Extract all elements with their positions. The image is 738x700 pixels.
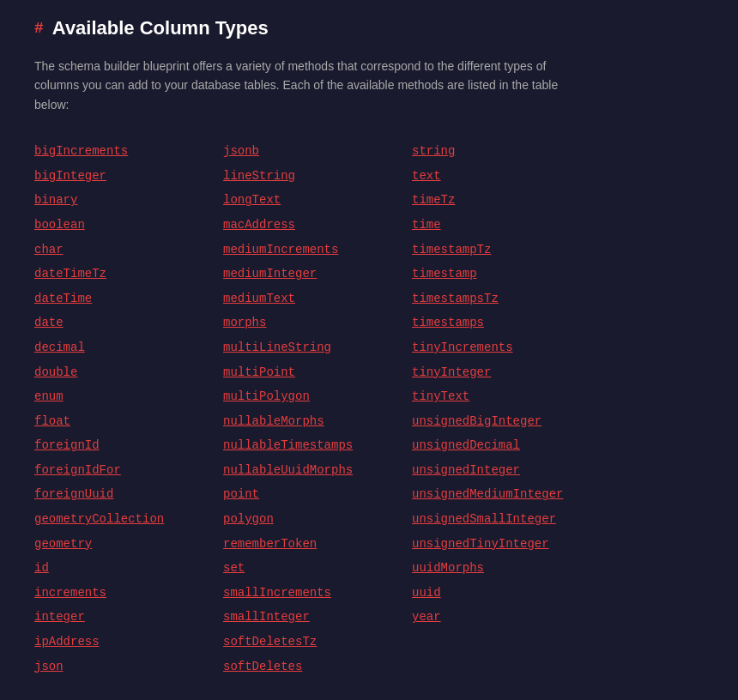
column-link[interactable]: binary [34, 189, 223, 212]
column-link[interactable]: timeTz [412, 189, 652, 212]
column-link[interactable]: foreignIdFor [34, 459, 223, 482]
column-link[interactable]: nullableMorphs [223, 410, 412, 433]
column-link[interactable]: nullableUuidMorphs [223, 459, 412, 482]
column-link[interactable]: foreignId [34, 434, 223, 457]
column-link[interactable]: dateTime [34, 287, 223, 311]
description: The schema builder blueprint offers a va… [34, 57, 584, 114]
hash-icon: # [34, 20, 44, 37]
column-list-1: bigIncrementsbigIntegerbinarybooleanchar… [34, 140, 223, 678]
column-link[interactable]: unsignedDecimal [412, 434, 652, 457]
column-link[interactable]: json [34, 655, 223, 679]
column-link[interactable]: nullableTimestamps [223, 434, 412, 457]
column-link[interactable]: timestampsTz [412, 287, 652, 311]
column-link[interactable]: timestamp [412, 262, 652, 286]
column-link[interactable]: increments [34, 582, 223, 605]
column-link[interactable]: uuid [412, 582, 652, 605]
column-link[interactable]: mediumIncrements [223, 238, 412, 262]
column-link[interactable]: decimal [34, 336, 223, 359]
column-link[interactable]: year [412, 606, 652, 629]
page-title: Available Column Types [52, 17, 269, 39]
columns-grid: bigIncrementsbigIntegerbinarybooleanchar… [34, 140, 704, 678]
column-link[interactable]: integer [34, 606, 223, 629]
column-link[interactable]: unsignedMediumInteger [412, 483, 652, 506]
column-link[interactable]: timestamps [412, 311, 652, 335]
column-link[interactable]: float [34, 410, 223, 433]
column-link[interactable]: smallIncrements [223, 582, 412, 605]
column-link[interactable]: unsignedInteger [412, 459, 652, 482]
column-link[interactable]: timestampTz [412, 238, 652, 262]
column-list-2: jsonblineStringlongTextmacAddressmediumI… [223, 140, 412, 678]
column-link[interactable]: multiLineString [223, 336, 412, 359]
column-link[interactable]: char [34, 238, 223, 262]
column-link[interactable]: unsignedSmallInteger [412, 508, 652, 531]
column-link[interactable]: tinyText [412, 385, 652, 408]
column-link[interactable]: point [223, 483, 412, 506]
column-link[interactable]: softDeletesTz [223, 631, 412, 654]
column-link[interactable]: smallInteger [223, 606, 412, 629]
column-link[interactable]: uuidMorphs [412, 557, 652, 580]
column-link[interactable]: longText [223, 189, 412, 212]
column-link[interactable]: morphs [223, 311, 412, 335]
column-link[interactable]: id [34, 557, 223, 580]
column-link[interactable]: multiPoint [223, 361, 412, 384]
column-link[interactable]: boolean [34, 214, 223, 237]
column-link[interactable]: ipAddress [34, 631, 223, 654]
column-link[interactable]: foreignUuid [34, 483, 223, 506]
column-link[interactable]: geometryCollection [34, 508, 223, 531]
column-link[interactable]: tinyIncrements [412, 336, 652, 359]
column-link[interactable]: tinyInteger [412, 361, 652, 384]
column-link[interactable]: polygon [223, 508, 412, 531]
column-link[interactable]: time [412, 214, 652, 237]
column-link[interactable]: rememberToken [223, 533, 412, 556]
column-link[interactable]: unsignedBigInteger [412, 410, 652, 433]
column-link[interactable]: set [223, 557, 412, 580]
column-link[interactable]: enum [34, 385, 223, 408]
column-link[interactable]: unsignedTinyInteger [412, 533, 652, 556]
column-link[interactable]: double [34, 361, 223, 384]
column-link[interactable]: string [412, 140, 652, 163]
column-link[interactable]: macAddress [223, 214, 412, 237]
column-link[interactable]: geometry [34, 533, 223, 556]
column-link[interactable]: jsonb [223, 140, 412, 163]
column-link[interactable]: mediumInteger [223, 262, 412, 286]
column-link[interactable]: bigInteger [34, 165, 223, 188]
column-link[interactable]: dateTimeTz [34, 262, 223, 286]
page-header: # Available Column Types [34, 17, 704, 39]
column-link[interactable]: date [34, 311, 223, 335]
column-link[interactable]: lineString [223, 165, 412, 188]
column-link[interactable]: mediumText [223, 287, 412, 311]
column-link[interactable]: bigIncrements [34, 140, 223, 163]
column-list-3: stringtexttimeTztimetimestampTztimestamp… [412, 140, 652, 678]
column-link[interactable]: multiPolygon [223, 385, 412, 408]
column-link[interactable]: text [412, 165, 652, 188]
column-link[interactable]: softDeletes [223, 655, 412, 679]
